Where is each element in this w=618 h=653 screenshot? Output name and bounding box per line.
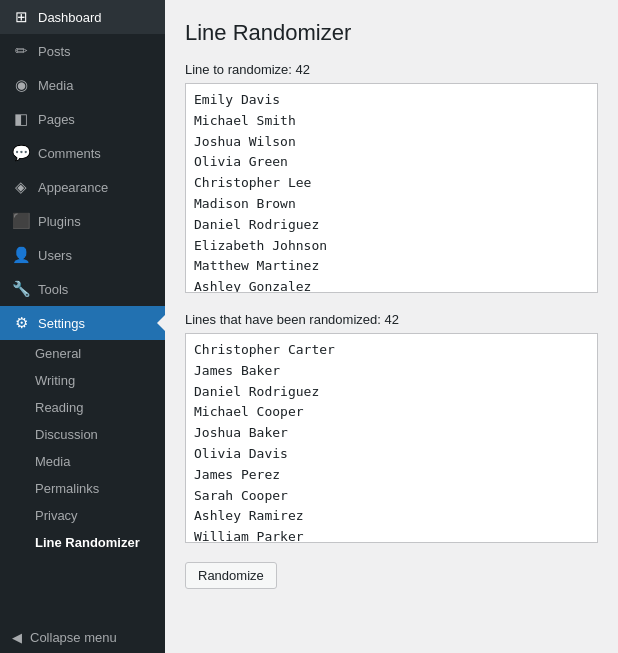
source-list[interactable] bbox=[185, 83, 598, 293]
sidebar-item-label: Tools bbox=[38, 282, 68, 297]
posts-icon: ✏ bbox=[12, 42, 30, 60]
sidebar-item-appearance[interactable]: ◈ Appearance bbox=[0, 170, 165, 204]
sidebar-item-dashboard[interactable]: ⊞ Dashboard bbox=[0, 0, 165, 34]
plugins-icon: ⬛ bbox=[12, 212, 30, 230]
sidebar-item-label: Settings bbox=[38, 316, 85, 331]
page-title: Line Randomizer bbox=[185, 20, 598, 46]
subnav-item-permalinks[interactable]: Permalinks bbox=[0, 475, 165, 502]
sidebar-item-settings[interactable]: ⚙ Settings bbox=[0, 306, 165, 340]
collapse-label: Collapse menu bbox=[30, 630, 117, 645]
subnav-item-general[interactable]: General bbox=[0, 340, 165, 367]
sidebar-item-comments[interactable]: 💬 Comments bbox=[0, 136, 165, 170]
line-to-randomize-label: Line to randomize: 42 bbox=[185, 62, 598, 77]
pages-icon: ◧ bbox=[12, 110, 30, 128]
subnav-item-privacy[interactable]: Privacy bbox=[0, 502, 165, 529]
collapse-menu-button[interactable]: ◀ Collapse menu bbox=[0, 622, 165, 653]
sidebar: ⊞ Dashboard ✏ Posts ◉ Media ◧ Pages 💬 Co… bbox=[0, 0, 165, 653]
randomize-button[interactable]: Randomize bbox=[185, 562, 277, 589]
subnav-item-reading[interactable]: Reading bbox=[0, 394, 165, 421]
sidebar-item-plugins[interactable]: ⬛ Plugins bbox=[0, 204, 165, 238]
sidebar-item-label: Dashboard bbox=[38, 10, 102, 25]
sidebar-item-label: Users bbox=[38, 248, 72, 263]
subnav-item-discussion[interactable]: Discussion bbox=[0, 421, 165, 448]
collapse-icon: ◀ bbox=[12, 630, 22, 645]
subnav-item-media[interactable]: Media bbox=[0, 448, 165, 475]
main-content: Line Randomizer Line to randomize: 42 Li… bbox=[165, 0, 618, 653]
settings-icon: ⚙ bbox=[12, 314, 30, 332]
settings-subnav: General Writing Reading Discussion Media… bbox=[0, 340, 165, 556]
sidebar-item-posts[interactable]: ✏ Posts bbox=[0, 34, 165, 68]
tools-icon: 🔧 bbox=[12, 280, 30, 298]
sidebar-item-label: Plugins bbox=[38, 214, 81, 229]
sidebar-item-pages[interactable]: ◧ Pages bbox=[0, 102, 165, 136]
sidebar-item-label: Appearance bbox=[38, 180, 108, 195]
subnav-item-writing[interactable]: Writing bbox=[0, 367, 165, 394]
sidebar-item-label: Posts bbox=[38, 44, 71, 59]
appearance-icon: ◈ bbox=[12, 178, 30, 196]
sidebar-item-label: Comments bbox=[38, 146, 101, 161]
randomized-list[interactable] bbox=[185, 333, 598, 543]
sidebar-item-label: Media bbox=[38, 78, 73, 93]
dashboard-icon: ⊞ bbox=[12, 8, 30, 26]
active-indicator bbox=[157, 315, 165, 331]
sidebar-item-label: Pages bbox=[38, 112, 75, 127]
lines-randomized-label: Lines that have been randomized: 42 bbox=[185, 312, 598, 327]
sidebar-item-users[interactable]: 👤 Users bbox=[0, 238, 165, 272]
media-icon: ◉ bbox=[12, 76, 30, 94]
subnav-item-line-randomizer[interactable]: Line Randomizer bbox=[0, 529, 165, 556]
sidebar-item-media[interactable]: ◉ Media bbox=[0, 68, 165, 102]
users-icon: 👤 bbox=[12, 246, 30, 264]
comments-icon: 💬 bbox=[12, 144, 30, 162]
sidebar-item-tools[interactable]: 🔧 Tools bbox=[0, 272, 165, 306]
